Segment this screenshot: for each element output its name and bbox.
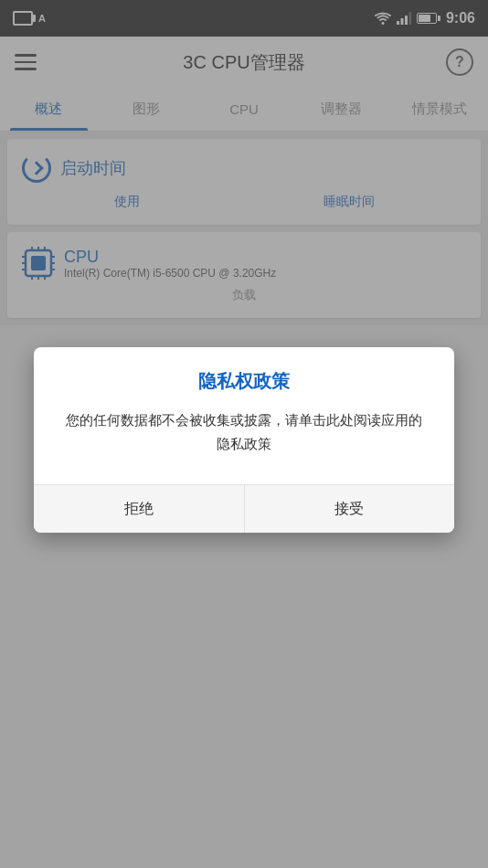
dialog-message: 您的任何数据都不会被收集或披露，请单击此处阅读应用的隐私政策 [59,408,429,455]
accept-button[interactable]: 接受 [245,485,455,533]
dialog-body: 隐私权政策 您的任何数据都不会被收集或披露，请单击此处阅读应用的隐私政策 [34,347,454,470]
reject-button[interactable]: 拒绝 [34,485,245,533]
privacy-dialog: 隐私权政策 您的任何数据都不会被收集或披露，请单击此处阅读应用的隐私政策 拒绝 … [34,347,454,533]
dialog-overlay: 隐私权政策 您的任何数据都不会被收集或披露，请单击此处阅读应用的隐私政策 拒绝 … [0,0,488,868]
dialog-title: 隐私权政策 [59,369,429,394]
dialog-buttons: 拒绝 接受 [34,484,454,533]
